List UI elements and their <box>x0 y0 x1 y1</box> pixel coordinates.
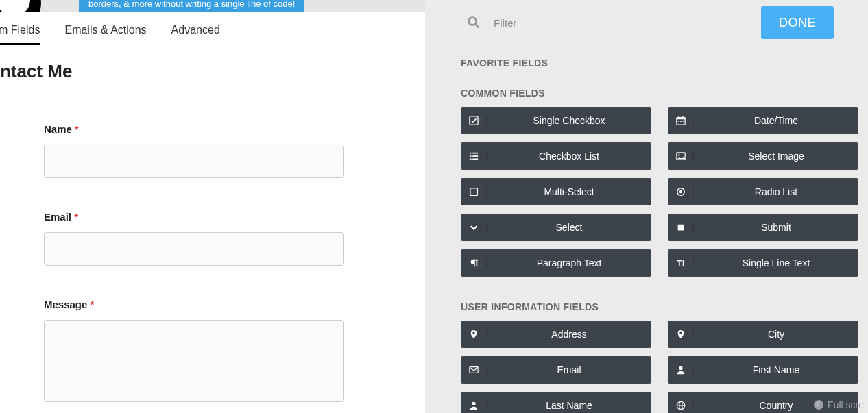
field-label: Email <box>487 364 651 375</box>
field-label: Single Line Text <box>694 258 858 268</box>
field-sections: FAVORITE FIELDS COMMON FIELDS Single Che… <box>425 38 868 413</box>
svg-rect-15 <box>472 159 478 160</box>
label-message: Message * <box>44 299 350 310</box>
field-type-paragraph-text[interactable]: Paragraph Text <box>461 249 651 277</box>
form-title: ntact Me <box>0 61 425 82</box>
field-type-email[interactable]: Email <box>461 356 651 384</box>
field-label: Radio List <box>694 186 858 197</box>
fullscreen-label: Full scre <box>828 399 864 410</box>
image-icon <box>668 151 694 161</box>
field-type-select-image[interactable]: Select Image <box>668 142 858 170</box>
check-square-icon <box>461 116 487 125</box>
input-name[interactable] <box>44 145 344 178</box>
field-type-date/time[interactable]: Date/Time <box>668 107 858 134</box>
fields-library-panel: DONE FAVORITE FIELDS COMMON FIELDS Singl… <box>425 0 868 413</box>
svg-rect-10 <box>469 153 471 154</box>
svg-point-17 <box>678 154 680 156</box>
svg-rect-9 <box>682 121 684 122</box>
field-type-first-name[interactable]: First Name <box>668 356 858 384</box>
tab-emails-actions[interactable]: Emails & Actions <box>64 24 146 45</box>
field-label: Submit <box>694 222 858 233</box>
user-icon <box>461 401 487 410</box>
svg-rect-18 <box>470 188 477 196</box>
user-fields-grid: AddressCityEmailFirst NameLast NameCount… <box>461 321 858 413</box>
required-asterisk: * <box>75 123 79 135</box>
field-type-address[interactable]: Address <box>461 321 651 348</box>
field-type-radio-list[interactable]: Radio List <box>668 178 858 205</box>
svg-point-0 <box>469 18 477 25</box>
field-type-select[interactable]: Select <box>461 214 651 241</box>
form-builder-panel: m Fields Emails & Actions Advanced ntact… <box>0 12 425 413</box>
label-message-text: Message <box>44 299 87 310</box>
paragraph-icon <box>461 258 487 268</box>
label-email-text: Email <box>44 211 71 223</box>
field-type-single-line-text[interactable]: Single Line Text <box>668 249 858 277</box>
common-fields-section: COMMON FIELDS Single CheckboxDate/TimeCh… <box>461 88 858 277</box>
label-name: Name * <box>44 123 350 135</box>
label-email: Email * <box>44 211 350 223</box>
svg-rect-5 <box>678 116 679 118</box>
input-email[interactable] <box>44 232 344 266</box>
field-label: City <box>694 329 858 340</box>
field-type-single-checkbox[interactable]: Single Checkbox <box>461 107 651 134</box>
calendar-icon <box>668 116 694 125</box>
svg-rect-21 <box>677 225 684 231</box>
field-label: First Name <box>694 364 858 375</box>
envelope-icon <box>461 365 487 375</box>
required-asterisk: * <box>74 211 78 223</box>
fullscreen-hint[interactable]: Full scre <box>814 399 864 410</box>
form-body: Name * Email * Message * <box>0 82 425 405</box>
svg-line-1 <box>475 24 479 27</box>
field-type-checkbox-list[interactable]: Checkbox List <box>461 142 651 170</box>
field-name: Name * <box>44 123 350 178</box>
field-label: Single Checkbox <box>487 115 651 126</box>
svg-rect-11 <box>472 153 478 154</box>
svg-rect-7 <box>677 121 679 122</box>
common-fields-grid: Single CheckboxDate/TimeCheckbox ListSel… <box>461 107 858 277</box>
user-fields-section: USER INFORMATION FIELDS AddressCityEmail… <box>461 301 858 413</box>
list-icon <box>461 151 487 161</box>
common-fields-heading: COMMON FIELDS <box>461 88 858 99</box>
svg-point-23 <box>679 366 682 370</box>
filter-input[interactable] <box>494 17 761 29</box>
field-label: Checkbox List <box>487 151 651 162</box>
field-label: Select Image <box>694 151 858 162</box>
globe-icon <box>668 401 694 410</box>
field-label: Date/Time <box>694 115 858 126</box>
done-button[interactable]: DONE <box>761 6 834 39</box>
square-filled-icon <box>668 223 694 232</box>
chevron-down-icon <box>461 223 487 232</box>
field-message: Message * <box>44 299 350 405</box>
field-type-city[interactable]: City <box>668 321 858 348</box>
field-label: Select <box>487 222 651 233</box>
favorite-fields-heading: FAVORITE FIELDS <box>461 58 858 68</box>
label-name-text: Name <box>44 123 72 135</box>
field-label: Multi-Select <box>487 186 651 197</box>
svg-rect-6 <box>682 116 683 118</box>
svg-rect-14 <box>469 159 471 160</box>
map-marker-icon <box>461 329 487 339</box>
svg-rect-8 <box>680 121 682 122</box>
search-icon <box>466 15 481 30</box>
tab-form-fields[interactable]: m Fields <box>0 24 40 45</box>
map-marker-icon <box>668 329 694 339</box>
tab-advanced[interactable]: Advanced <box>171 24 220 45</box>
svg-point-20 <box>679 190 682 193</box>
svg-rect-13 <box>472 155 478 157</box>
user-icon <box>668 365 694 375</box>
dot-circle-icon <box>668 187 694 197</box>
field-type-submit[interactable]: Submit <box>668 214 858 241</box>
field-label: Paragraph Text <box>487 258 651 268</box>
svg-rect-4 <box>676 118 684 120</box>
field-label: Address <box>487 329 651 340</box>
field-type-multi-select[interactable]: Multi-Select <box>461 178 651 205</box>
input-message[interactable] <box>44 320 344 402</box>
stop-icon <box>461 187 487 197</box>
field-label: Last Name <box>487 400 651 411</box>
favorite-fields-section: FAVORITE FIELDS <box>461 58 858 68</box>
svg-point-24 <box>472 402 475 405</box>
field-email: Email * <box>44 211 350 266</box>
svg-rect-22 <box>469 367 477 373</box>
field-type-last-name[interactable]: Last Name <box>461 392 651 413</box>
form-tabs: m Fields Emails & Actions Advanced <box>0 12 425 45</box>
